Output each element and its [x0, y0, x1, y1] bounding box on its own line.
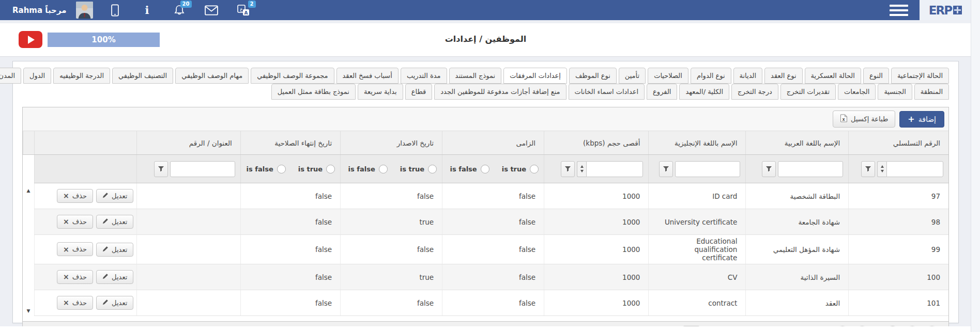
tab[interactable]: منع إضافة أجازات مدفوعة للموظفين الجدد [434, 84, 566, 100]
col-address[interactable]: العنوان / الرقم [137, 131, 241, 155]
filter-cell-serial [849, 155, 948, 183]
mail-icon[interactable] [205, 4, 218, 17]
tab[interactable]: الدول [23, 68, 51, 84]
tabs-row-2: المنطقةالجنسيةالجامعاتتقديرات التخرجدرجة… [22, 84, 949, 100]
cell-max-size: 1000 [544, 235, 649, 264]
svg-text:x: x [842, 117, 845, 122]
filter-icon[interactable] [561, 161, 575, 177]
spinner[interactable] [877, 161, 886, 177]
spinner[interactable] [577, 161, 586, 177]
cell-expiry-date: false [240, 183, 340, 209]
scroll-strip: ▼ [23, 290, 35, 316]
tab[interactable]: الحالة الإجتماعية [891, 68, 949, 84]
scroll-down-arrow[interactable]: ▼ [27, 308, 30, 313]
avatar[interactable] [76, 2, 93, 19]
cell-mandatory: false [442, 183, 544, 209]
tab[interactable]: مجموعة الوصف الوظيفي [251, 68, 334, 84]
tab[interactable]: نموذج بطاقة ممثل العميل [271, 84, 356, 100]
tab[interactable]: الحالة العسكرية [805, 68, 861, 84]
tab[interactable]: مدة التدريب [401, 68, 447, 84]
tab[interactable]: التصنيف الوظيفي [112, 68, 173, 84]
delete-button[interactable]: ×حذف [57, 215, 93, 229]
col-name-ar[interactable]: الإسم باللغة العربية [746, 131, 849, 155]
filter-input-name-en[interactable] [675, 161, 740, 177]
hamburger-icon[interactable] [890, 5, 908, 16]
tab[interactable]: تأمين [619, 68, 646, 84]
print-excel-button[interactable]: xطباعة إكسيل [833, 110, 895, 128]
add-button[interactable]: +إضافة [899, 111, 944, 128]
is-false-radio[interactable] [481, 165, 489, 173]
filter-input-serial[interactable] [886, 161, 943, 177]
cell-name-en: Educational qualification certificate [649, 235, 746, 264]
tab[interactable]: اعدادات اسماء الخانات [569, 84, 645, 100]
rows-filler [23, 316, 949, 322]
scroll-up-arrow[interactable]: ▲ [27, 188, 30, 193]
col-serial[interactable]: الرقم التسلسلي [849, 131, 948, 155]
filter-input-max-size[interactable] [586, 161, 643, 177]
filter-icon[interactable] [659, 161, 673, 177]
tab[interactable]: درجة التخرج [731, 84, 778, 100]
delete-button[interactable]: ×حذف [57, 270, 93, 284]
pencil-icon [102, 192, 109, 200]
page: مرحباً Rahma i 20 عA 2 ERP 100% الموظفين… [0, 0, 971, 332]
filter-icon[interactable] [861, 161, 875, 177]
col-max-size[interactable]: أقصى حجم (kbps) [544, 131, 649, 155]
cell-address [137, 290, 241, 316]
filter-row: is falseis true is falseis true is false… [23, 155, 949, 183]
edit-button[interactable]: تعديل [96, 189, 133, 203]
cell-mandatory: false [442, 290, 544, 316]
delete-button[interactable]: ×حذف [57, 242, 93, 256]
is-true-radio[interactable] [530, 165, 539, 173]
page-title: الموظفين / إعدادات [0, 34, 971, 44]
tab[interactable]: أسباب فسخ العقد [336, 68, 399, 84]
is-true-radio[interactable] [428, 165, 437, 173]
tab-active[interactable]: إعدادات المرفقات [503, 68, 567, 84]
col-expiry-date[interactable]: تاريخ إنتهاء الصلاحية [240, 131, 340, 155]
delete-button[interactable]: ×حذف [57, 296, 93, 310]
tab[interactable]: مهام الوصف الوظيفي [175, 68, 249, 84]
tab[interactable]: المنطقة [914, 84, 949, 100]
top-navbar: مرحباً Rahma i 20 عA 2 ERP [0, 0, 971, 20]
col-name-en[interactable]: الإسم باللغة الإنجليزية [649, 131, 746, 155]
brand-logo[interactable]: ERP [920, 0, 971, 20]
tab[interactable]: نوع العقد [764, 68, 802, 84]
pencil-icon [102, 299, 109, 307]
translate-icon[interactable]: عA 2 [237, 4, 250, 17]
is-false-radio[interactable] [379, 165, 388, 173]
tab[interactable]: نوع الموظف [569, 68, 617, 84]
tab[interactable]: بداية سريعة [358, 84, 403, 100]
bell-icon[interactable]: 20 [173, 4, 186, 17]
is-true-radio[interactable] [326, 165, 335, 173]
page-scrollbar[interactable] [971, 0, 980, 332]
tab[interactable]: الصلاحيات [648, 68, 688, 84]
filter-input-address[interactable] [170, 161, 235, 177]
delete-button[interactable]: ×حذف [57, 189, 93, 203]
mobile-icon[interactable] [109, 4, 122, 17]
edit-button[interactable]: تعديل [96, 270, 133, 284]
grid-toolbar: +إضافة xطباعة إكسيل [23, 107, 948, 131]
tab[interactable]: المدن [0, 68, 21, 84]
tab[interactable]: الفروع [647, 84, 677, 100]
filter-icon[interactable] [154, 161, 168, 177]
tab[interactable]: الجنسية [878, 84, 912, 100]
edit-button[interactable]: تعديل [96, 215, 133, 229]
tab[interactable]: تقديرات التخرج [780, 84, 836, 100]
tab[interactable]: الكلية /المعهد [679, 84, 729, 100]
tab[interactable]: نوع الدوام [691, 68, 731, 84]
tab[interactable]: النوع [863, 68, 889, 84]
tab[interactable]: الجامعات [838, 84, 876, 100]
filter-icon[interactable] [762, 161, 776, 177]
tab[interactable]: قطاع [405, 84, 433, 100]
tab[interactable]: الديانة [733, 68, 763, 84]
info-icon[interactable]: i [141, 4, 154, 17]
tab[interactable]: نموذج المستند [449, 68, 502, 84]
col-mandatory[interactable]: الزامى [442, 131, 544, 155]
is-false-radio[interactable] [277, 165, 286, 173]
filter-input-name-ar[interactable] [778, 161, 843, 177]
tab[interactable]: الدرجة الوظيفيه [53, 68, 110, 84]
cell-name-en: CV [649, 264, 746, 290]
edit-button[interactable]: تعديل [96, 296, 133, 310]
col-issue-date[interactable]: تاريخ الاصدار [341, 131, 442, 155]
edit-button[interactable]: تعديل [96, 243, 133, 257]
table-row: 97البطاقة الشخصيةID card1000falsefalsefa… [23, 183, 949, 209]
